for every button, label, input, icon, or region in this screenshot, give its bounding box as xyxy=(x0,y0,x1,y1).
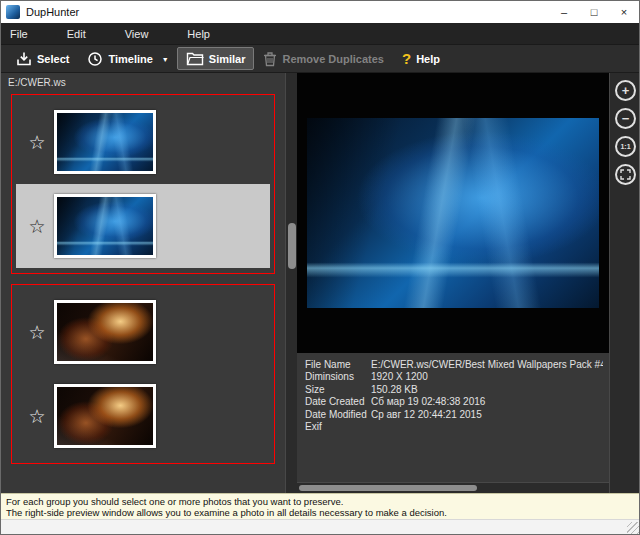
horizontal-scrollbar[interactable] xyxy=(297,482,609,493)
menu-file[interactable]: File xyxy=(1,28,37,40)
select-label: Select xyxy=(37,53,69,65)
trash-icon xyxy=(263,51,277,67)
info-row-dimensions: Diminsions 1920 X 1200 xyxy=(305,371,603,383)
window-controls: – □ × xyxy=(549,1,639,23)
info-label: Exif xyxy=(305,421,371,433)
thumbnail-image xyxy=(57,303,153,361)
menu-help[interactable]: Help xyxy=(178,28,219,40)
close-button[interactable]: × xyxy=(609,1,639,23)
info-value: E:/CWER.ws/CWER/Best Mixed Wallpapers Pa… xyxy=(371,359,603,371)
minimize-button[interactable]: – xyxy=(549,1,579,23)
info-value: Ср авг 12 20:44:21 2015 xyxy=(371,409,603,421)
thumbnail-image xyxy=(57,387,153,445)
thumbnail-image xyxy=(57,197,153,255)
similar-button[interactable]: Similar xyxy=(177,47,255,70)
similar-label: Similar xyxy=(209,53,246,65)
info-row-date-modified: Date Modified Ср авг 12 20:44:21 2015 xyxy=(305,409,603,421)
star-icon[interactable]: ☆ xyxy=(20,323,54,342)
info-row-size: Size 150.28 KB xyxy=(305,384,603,396)
menubar: File Edit View Help xyxy=(1,23,639,45)
info-value: 1920 X 1200 xyxy=(371,371,603,383)
resize-grip[interactable] xyxy=(627,522,639,534)
chevron-down-icon: ▼ xyxy=(162,56,169,63)
preview-viewport xyxy=(297,73,609,353)
star-icon[interactable]: ☆ xyxy=(20,407,54,426)
info-value xyxy=(371,421,603,433)
vertical-scrollbar-thumb[interactable] xyxy=(288,223,296,269)
thumbnail[interactable] xyxy=(54,194,156,258)
star-icon[interactable]: ☆ xyxy=(20,133,54,152)
scan-path-label: E:/CWER.ws xyxy=(8,77,283,88)
info-value: 150.28 KB xyxy=(371,384,603,396)
timeline-dropdown-button[interactable]: ▼ xyxy=(162,52,173,65)
info-label: Date Modified xyxy=(305,409,371,421)
select-icon xyxy=(16,51,32,67)
thumbnail-image xyxy=(57,113,153,171)
timeline-button[interactable]: Timeline xyxy=(78,47,161,71)
remove-duplicates-button[interactable]: Remove Duplicates xyxy=(254,47,392,71)
preview-panel: File Name E:/CWER.ws/CWER/Best Mixed Wal… xyxy=(297,73,609,493)
thumbnail[interactable] xyxy=(54,110,156,174)
fit-to-window-icon xyxy=(620,169,631,180)
toolbar: Select Timeline ▼ Similar Remove Duplica… xyxy=(1,45,639,73)
info-label: Size xyxy=(305,384,371,396)
fit-to-window-button[interactable] xyxy=(615,164,636,185)
info-value: Сб мар 19 02:48:38 2016 xyxy=(371,396,603,408)
duplicate-item[interactable]: ☆ xyxy=(16,100,270,184)
help-button[interactable]: ? Help xyxy=(393,48,449,70)
info-label: File Name xyxy=(305,359,371,371)
folder-icon xyxy=(186,51,204,66)
help-icon: ? xyxy=(402,52,411,66)
menu-view[interactable]: View xyxy=(116,28,158,40)
vertical-scrollbar[interactable] xyxy=(285,73,297,493)
status-line-1: For each group you should select one or … xyxy=(6,496,636,507)
content-area: E:/CWER.ws ☆ ☆ ☆ xyxy=(1,73,640,493)
duplicate-item[interactable]: ☆ xyxy=(16,290,270,374)
timeline-label: Timeline xyxy=(108,53,152,65)
zoom-in-icon: + xyxy=(622,84,630,97)
zoom-out-icon: − xyxy=(622,112,630,125)
info-row-exif: Exif xyxy=(305,421,603,433)
status-bar: For each group you should select one or … xyxy=(1,493,640,519)
thumbnail[interactable] xyxy=(54,384,156,448)
preview-image[interactable] xyxy=(307,118,599,308)
maximize-button[interactable]: □ xyxy=(579,1,609,23)
star-icon[interactable]: ☆ xyxy=(20,217,54,236)
duplicate-groups-panel: E:/CWER.ws ☆ ☆ ☆ xyxy=(1,73,285,493)
status-line-2: The right-side preview window allows you… xyxy=(6,507,636,518)
actual-size-button[interactable]: 1:1 xyxy=(615,136,636,157)
bottom-bar xyxy=(1,519,640,535)
file-info-panel: File Name E:/CWER.ws/CWER/Best Mixed Wal… xyxy=(297,353,609,482)
duplicate-group-2: ☆ ☆ xyxy=(11,284,275,464)
duplicate-group-1: ☆ ☆ xyxy=(11,94,275,274)
select-button[interactable]: Select xyxy=(7,47,78,71)
duplicate-item[interactable]: ☆ xyxy=(16,374,270,458)
clock-icon xyxy=(87,51,103,67)
actual-size-icon: 1:1 xyxy=(620,143,630,150)
thumbnail[interactable] xyxy=(54,300,156,364)
info-row-file-name: File Name E:/CWER.ws/CWER/Best Mixed Wal… xyxy=(305,359,603,371)
app-icon xyxy=(6,5,20,19)
duplicate-item-selected[interactable]: ☆ xyxy=(16,184,270,268)
zoom-in-button[interactable]: + xyxy=(615,80,636,101)
titlebar: DupHunter – □ × xyxy=(1,1,639,23)
help-label: Help xyxy=(416,53,440,65)
menu-edit[interactable]: Edit xyxy=(58,28,95,40)
horizontal-scrollbar-thumb[interactable] xyxy=(299,485,477,491)
info-label: Date Created xyxy=(305,396,371,408)
remove-duplicates-label: Remove Duplicates xyxy=(282,53,383,65)
app-window: DupHunter – □ × File Edit View Help Sele… xyxy=(0,0,640,535)
window-title: DupHunter xyxy=(26,6,549,18)
zoom-toolbar: + − 1:1 xyxy=(609,73,640,493)
info-row-date-created: Date Created Сб мар 19 02:48:38 2016 xyxy=(305,396,603,408)
zoom-out-button[interactable]: − xyxy=(615,108,636,129)
info-label: Diminsions xyxy=(305,371,371,383)
